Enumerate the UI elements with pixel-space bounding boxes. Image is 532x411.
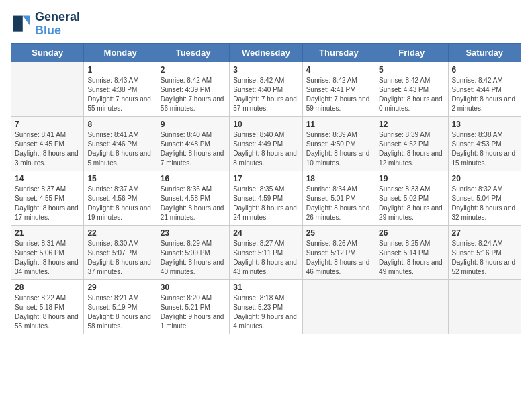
calendar-day-cell: 28Sunrise: 8:22 AMSunset: 5:18 PMDayligh…	[11, 279, 84, 334]
calendar-week-row: 28Sunrise: 8:22 AMSunset: 5:18 PMDayligh…	[11, 279, 521, 334]
calendar-table: SundayMondayTuesdayWednesdayThursdayFrid…	[11, 43, 521, 334]
day-number: 31	[233, 283, 298, 292]
calendar-day-cell: 17Sunrise: 8:35 AMSunset: 4:59 PMDayligh…	[230, 171, 302, 225]
svg-marker-0	[23, 15, 30, 25]
calendar-week-row: 7Sunrise: 8:41 AMSunset: 4:45 PMDaylight…	[11, 116, 521, 171]
calendar-day-cell: 21Sunrise: 8:31 AMSunset: 5:06 PMDayligh…	[11, 225, 84, 279]
calendar-day-cell: 13Sunrise: 8:38 AMSunset: 4:53 PMDayligh…	[448, 116, 521, 171]
calendar-day-cell: 24Sunrise: 8:27 AMSunset: 5:11 PMDayligh…	[230, 225, 302, 279]
calendar-day-cell: 26Sunrise: 8:25 AMSunset: 5:14 PMDayligh…	[375, 225, 448, 279]
calendar-day-cell: 31Sunrise: 8:18 AMSunset: 5:23 PMDayligh…	[230, 279, 302, 334]
calendar-day-cell: 22Sunrise: 8:30 AMSunset: 5:07 PMDayligh…	[84, 225, 157, 279]
header: General Blue	[11, 11, 521, 38]
day-number: 10	[233, 120, 298, 129]
calendar-day-cell	[448, 279, 521, 334]
calendar-day-cell: 11Sunrise: 8:39 AMSunset: 4:50 PMDayligh…	[302, 116, 375, 171]
logo-line1: General	[35, 11, 80, 24]
calendar-day-cell: 20Sunrise: 8:32 AMSunset: 5:04 PMDayligh…	[448, 171, 521, 225]
calendar-day-cell	[375, 279, 448, 334]
calendar-day-cell: 16Sunrise: 8:36 AMSunset: 4:58 PMDayligh…	[157, 171, 229, 225]
day-info: Sunrise: 8:37 AMSunset: 4:56 PMDaylight:…	[87, 185, 152, 222]
weekday-header: Wednesday	[230, 43, 302, 62]
calendar-day-cell: 18Sunrise: 8:34 AMSunset: 5:01 PMDayligh…	[302, 171, 375, 225]
calendar-day-cell: 1Sunrise: 8:43 AMSunset: 4:38 PMDaylight…	[84, 62, 157, 116]
calendar-day-cell: 10Sunrise: 8:40 AMSunset: 4:49 PMDayligh…	[230, 116, 302, 171]
logo-line2: Blue	[35, 24, 80, 38]
day-info: Sunrise: 8:27 AMSunset: 5:11 PMDaylight:…	[233, 239, 298, 277]
day-info: Sunrise: 8:25 AMSunset: 5:14 PMDaylight:…	[379, 239, 444, 277]
day-number: 2	[161, 65, 226, 75]
calendar-day-cell: 15Sunrise: 8:37 AMSunset: 4:56 PMDayligh…	[84, 171, 157, 225]
calendar-day-cell: 6Sunrise: 8:42 AMSunset: 4:44 PMDaylight…	[448, 62, 521, 116]
day-number: 30	[161, 283, 226, 292]
day-number: 26	[379, 228, 444, 238]
weekday-header: Monday	[84, 43, 157, 62]
day-info: Sunrise: 8:24 AMSunset: 5:16 PMDaylight:…	[452, 239, 517, 277]
weekday-header: Friday	[375, 43, 448, 62]
calendar-day-cell: 12Sunrise: 8:39 AMSunset: 4:52 PMDayligh…	[375, 116, 448, 171]
day-number: 29	[87, 283, 152, 292]
day-number: 1	[87, 65, 152, 75]
calendar-day-cell: 19Sunrise: 8:33 AMSunset: 5:02 PMDayligh…	[375, 171, 448, 225]
calendar-day-cell: 14Sunrise: 8:37 AMSunset: 4:55 PMDayligh…	[11, 171, 84, 225]
weekday-header: Thursday	[302, 43, 375, 62]
calendar-week-row: 1Sunrise: 8:43 AMSunset: 4:38 PMDaylight…	[11, 62, 521, 116]
calendar-day-cell: 25Sunrise: 8:26 AMSunset: 5:12 PMDayligh…	[302, 225, 375, 279]
day-info: Sunrise: 8:30 AMSunset: 5:07 PMDaylight:…	[87, 239, 152, 277]
calendar-day-cell: 30Sunrise: 8:20 AMSunset: 5:21 PMDayligh…	[157, 279, 229, 334]
calendar-day-cell	[11, 62, 84, 116]
day-number: 21	[15, 228, 80, 238]
day-info: Sunrise: 8:22 AMSunset: 5:18 PMDaylight:…	[15, 293, 80, 331]
day-number: 13	[452, 120, 517, 129]
day-number: 17	[233, 174, 298, 183]
calendar-day-cell: 4Sunrise: 8:42 AMSunset: 4:41 PMDaylight…	[302, 62, 375, 116]
day-info: Sunrise: 8:42 AMSunset: 4:41 PMDaylight:…	[306, 76, 371, 113]
day-info: Sunrise: 8:40 AMSunset: 4:48 PMDaylight:…	[161, 130, 226, 168]
day-info: Sunrise: 8:42 AMSunset: 4:40 PMDaylight:…	[233, 76, 298, 113]
day-info: Sunrise: 8:32 AMSunset: 5:04 PMDaylight:…	[452, 185, 517, 222]
day-number: 25	[306, 228, 371, 238]
day-number: 27	[452, 228, 517, 238]
day-number: 18	[306, 174, 371, 183]
day-number: 28	[15, 283, 80, 292]
day-info: Sunrise: 8:18 AMSunset: 5:23 PMDaylight:…	[233, 293, 298, 331]
calendar-day-cell: 8Sunrise: 8:41 AMSunset: 4:46 PMDaylight…	[84, 116, 157, 171]
day-number: 20	[452, 174, 517, 183]
logo: General Blue	[11, 11, 80, 38]
day-number: 22	[87, 228, 152, 238]
day-number: 5	[379, 65, 444, 75]
day-number: 6	[452, 65, 517, 75]
calendar-day-cell: 5Sunrise: 8:42 AMSunset: 4:43 PMDaylight…	[375, 62, 448, 116]
day-number: 15	[87, 174, 152, 183]
weekday-header: Saturday	[448, 43, 521, 62]
logo-icon	[11, 13, 32, 35]
day-info: Sunrise: 8:37 AMSunset: 4:55 PMDaylight:…	[15, 185, 80, 222]
day-info: Sunrise: 8:34 AMSunset: 5:01 PMDaylight:…	[306, 185, 371, 222]
weekday-header: Sunday	[11, 43, 84, 62]
day-info: Sunrise: 8:29 AMSunset: 5:09 PMDaylight:…	[161, 239, 226, 277]
day-info: Sunrise: 8:31 AMSunset: 5:06 PMDaylight:…	[15, 239, 80, 277]
calendar-day-cell: 23Sunrise: 8:29 AMSunset: 5:09 PMDayligh…	[157, 225, 229, 279]
calendar-day-cell	[302, 279, 375, 334]
calendar-day-cell: 9Sunrise: 8:40 AMSunset: 4:48 PMDaylight…	[157, 116, 229, 171]
calendar-day-cell: 2Sunrise: 8:42 AMSunset: 4:39 PMDaylight…	[157, 62, 229, 116]
day-info: Sunrise: 8:20 AMSunset: 5:21 PMDaylight:…	[161, 293, 226, 331]
day-info: Sunrise: 8:39 AMSunset: 4:52 PMDaylight:…	[379, 130, 444, 168]
day-number: 24	[233, 228, 298, 238]
svg-rect-1	[13, 15, 23, 31]
day-number: 8	[87, 120, 152, 129]
day-info: Sunrise: 8:33 AMSunset: 5:02 PMDaylight:…	[379, 185, 444, 222]
calendar-day-cell: 3Sunrise: 8:42 AMSunset: 4:40 PMDaylight…	[230, 62, 302, 116]
day-info: Sunrise: 8:42 AMSunset: 4:43 PMDaylight:…	[379, 76, 444, 113]
day-number: 19	[379, 174, 444, 183]
day-number: 9	[161, 120, 226, 129]
day-number: 14	[15, 174, 80, 183]
day-number: 4	[306, 65, 371, 75]
weekday-header: Tuesday	[157, 43, 229, 62]
day-info: Sunrise: 8:42 AMSunset: 4:44 PMDaylight:…	[452, 76, 517, 113]
day-info: Sunrise: 8:39 AMSunset: 4:50 PMDaylight:…	[306, 130, 371, 168]
day-number: 7	[15, 120, 80, 129]
calendar-day-cell: 7Sunrise: 8:41 AMSunset: 4:45 PMDaylight…	[11, 116, 84, 171]
day-number: 12	[379, 120, 444, 129]
day-number: 11	[306, 120, 371, 129]
